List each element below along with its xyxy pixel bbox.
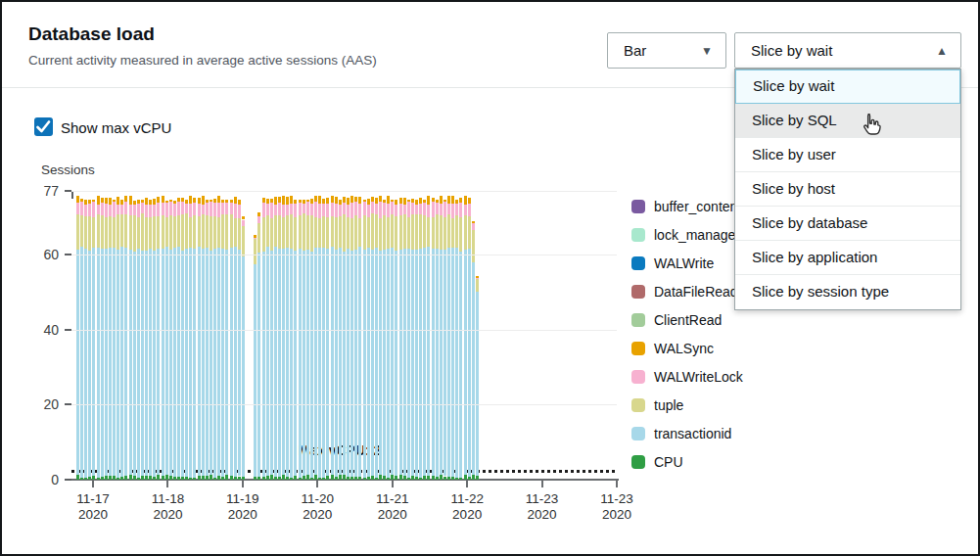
legend-item-WALSync[interactable]: WALSync <box>631 341 743 356</box>
bar-segment <box>411 250 414 476</box>
bar-segment <box>177 202 180 215</box>
x-tick <box>392 481 394 487</box>
bar-segment <box>169 202 172 215</box>
bar-segment <box>326 476 329 480</box>
bar-segment <box>375 204 378 214</box>
bar-segment <box>105 198 108 204</box>
bar-segment <box>149 217 152 249</box>
menu-option-slice-by-session-type[interactable]: Slice by session type <box>735 275 960 309</box>
bar-segment <box>189 217 192 247</box>
bar-segment <box>472 230 475 262</box>
bar-segment <box>173 477 176 480</box>
bar-segment <box>282 196 285 205</box>
bar-segment <box>387 249 390 477</box>
bar-segment <box>213 216 216 250</box>
bar-segment <box>238 200 241 205</box>
bar-segment <box>113 248 116 476</box>
bar-segment <box>88 477 91 480</box>
bar-segment <box>193 215 196 249</box>
bar-segment <box>101 249 104 477</box>
bar-segment <box>129 215 132 250</box>
show-max-vcpu-label: Show max vCPU <box>61 119 171 136</box>
bar-segment <box>202 196 205 205</box>
bar-segment <box>254 477 257 480</box>
bar-segment <box>326 204 329 217</box>
show-max-vcpu-checkbox[interactable] <box>34 117 53 136</box>
bar-segment <box>318 204 321 218</box>
legend-item-buffer_content[interactable]: buffer_content <box>631 199 743 214</box>
bar-segment <box>177 477 180 480</box>
bar-segment <box>286 215 289 248</box>
bar-segment <box>322 248 325 477</box>
bar-segment <box>322 478 325 480</box>
bar-segment <box>257 212 260 216</box>
legend-item-tuple[interactable]: tuple <box>631 397 743 413</box>
bar-segment <box>105 249 108 476</box>
menu-option-slice-by-host[interactable]: Slice by host <box>735 172 960 207</box>
bar-segment <box>92 202 95 216</box>
menu-option-slice-by-sql[interactable]: Slice by SQL <box>735 104 960 138</box>
legend-item-transactionid[interactable]: transactionid <box>631 426 743 441</box>
bar-segment <box>286 248 289 477</box>
bar-segment <box>257 216 260 224</box>
bar-segment <box>173 204 176 217</box>
legend-item-WALWrite[interactable]: WALWrite <box>631 255 743 271</box>
menu-option-slice-by-user[interactable]: Slice by user <box>735 138 960 172</box>
bar-segment <box>278 203 281 214</box>
bar-segment <box>436 477 439 480</box>
bar-segment <box>165 201 168 203</box>
bar-segment <box>266 476 269 480</box>
bar-segment <box>157 203 160 217</box>
bar-segment <box>242 216 245 220</box>
bar-segment <box>210 216 212 252</box>
bar-segment <box>101 477 104 480</box>
legend-item-WALWriteLock[interactable]: WALWriteLock <box>631 369 743 385</box>
bar-segment <box>270 251 273 476</box>
menu-option-slice-by-application[interactable]: Slice by application <box>735 241 960 275</box>
x-tick-label: 11-212020 <box>361 491 424 523</box>
bar-segment <box>270 218 273 251</box>
bar-segment <box>476 276 479 278</box>
legend-item-lock_manager[interactable]: lock_manager <box>631 227 743 243</box>
bar-segment <box>270 475 273 480</box>
bar-segment <box>350 251 353 477</box>
bar-segment <box>177 198 180 202</box>
bar-segment <box>455 478 458 480</box>
bar-segment <box>347 198 350 204</box>
bar-segment <box>213 478 216 480</box>
bar-segment <box>415 214 418 250</box>
bar-segment <box>447 248 450 477</box>
bar-segment <box>274 197 277 205</box>
menu-option-slice-by-wait[interactable]: Slice by wait <box>735 70 960 104</box>
menu-option-slice-by-database[interactable]: Slice by database <box>735 207 960 241</box>
bar-segment <box>145 476 148 480</box>
bar-segment <box>451 477 454 480</box>
bar-segment <box>436 203 439 214</box>
bar-segment <box>395 216 397 251</box>
bar-segment <box>306 202 309 215</box>
bar-segment <box>358 197 361 203</box>
bar-segment <box>476 278 479 279</box>
legend-item-ClientRead[interactable]: ClientRead <box>631 312 743 328</box>
legend-item-DataFileRead[interactable]: DataFileRead <box>631 284 743 300</box>
chart-type-select[interactable]: Bar ▼ <box>607 32 726 69</box>
bar-segment <box>419 249 422 478</box>
bar-segment <box>399 215 402 250</box>
bar-segment <box>92 200 95 203</box>
bar-segment <box>303 204 305 213</box>
bar-segment <box>432 249 435 476</box>
bar-segment <box>217 476 220 480</box>
bar-segment <box>101 203 104 215</box>
bar-segment <box>322 199 325 204</box>
bar-segment <box>185 213 188 249</box>
bar-segment <box>133 205 136 215</box>
bar-segment <box>230 203 233 214</box>
slice-by-select[interactable]: Slice by wait ▲ <box>734 32 961 69</box>
bar-segment <box>153 477 156 480</box>
legend-item-CPU[interactable]: CPU <box>631 454 743 470</box>
bar-segment <box>335 217 338 251</box>
gridline <box>71 330 617 331</box>
bar-segment <box>464 475 467 480</box>
bar-segment <box>198 216 201 247</box>
bar-segment <box>257 253 260 477</box>
